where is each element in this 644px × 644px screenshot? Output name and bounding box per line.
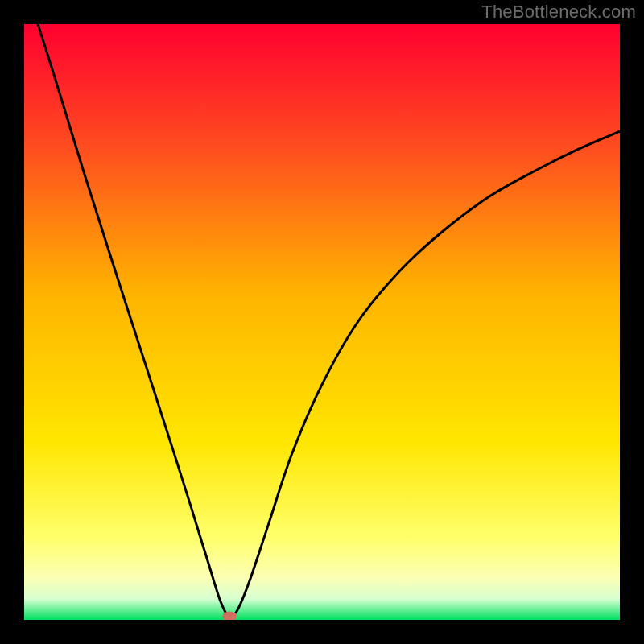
chart-background-gradient <box>24 24 620 620</box>
watermark-label: TheBottleneck.com <box>481 2 636 23</box>
bottleneck-chart <box>0 0 644 644</box>
chart-container: TheBottleneck.com <box>0 0 644 644</box>
optimal-point-marker <box>222 612 237 621</box>
